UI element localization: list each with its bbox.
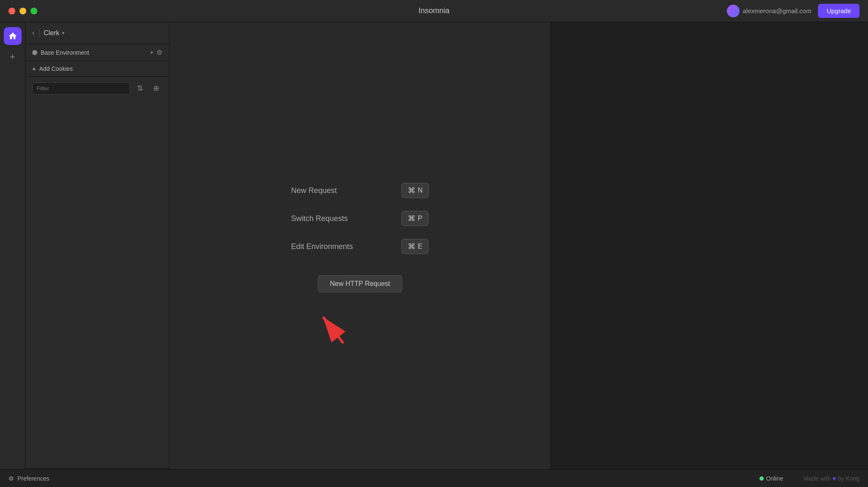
shortcut-row-switch-requests: Switch Requests ⌘ P bbox=[291, 211, 429, 226]
home-icon bbox=[8, 31, 17, 41]
made-with-label: Made with bbox=[804, 475, 831, 482]
environment-name: Base Environment bbox=[41, 49, 147, 56]
minimize-button[interactable] bbox=[19, 8, 26, 14]
add-cookies-label[interactable]: Add Cookies bbox=[39, 65, 72, 72]
edit-environments-kbd: ⌘ E bbox=[401, 239, 429, 254]
new-http-wrapper: New HTTP Request bbox=[318, 271, 403, 292]
titlebar-right: alexmerona@gmail.com Upgrade bbox=[727, 4, 860, 18]
add-request-button[interactable]: ⊕ bbox=[150, 82, 162, 95]
cookies-row: ● Add Cookies bbox=[25, 61, 169, 77]
edit-environments-label: Edit Environments bbox=[291, 242, 384, 251]
kbd-p: P bbox=[418, 215, 423, 222]
main-content: New Request ⌘ N Switch Requests ⌘ P bbox=[170, 22, 868, 487]
shortcut-row-new-request: New Request ⌘ N bbox=[291, 183, 429, 198]
back-button[interactable]: ‹ bbox=[32, 28, 35, 37]
cmd-symbol-3: ⌘ bbox=[408, 242, 415, 251]
chevron-down-icon: ▾ bbox=[62, 30, 64, 36]
main-layout: + ‹ Clerk ▾ Base Environment ▾ ⚙ ● Add C… bbox=[0, 22, 868, 487]
upgrade-button[interactable]: Upgrade bbox=[818, 4, 860, 18]
online-dot bbox=[760, 476, 764, 481]
switch-requests-kbd: ⌘ P bbox=[401, 211, 429, 226]
online-indicator: Online bbox=[760, 475, 783, 482]
new-request-label: New Request bbox=[291, 186, 384, 195]
header-divider bbox=[39, 29, 39, 37]
close-button[interactable] bbox=[8, 8, 15, 14]
avatar bbox=[727, 5, 740, 17]
online-label: Online bbox=[766, 475, 783, 482]
kbd-e: E bbox=[418, 243, 423, 250]
workspace-name-label: Clerk bbox=[44, 29, 59, 37]
app-title: Insomnia bbox=[418, 6, 449, 15]
new-http-request-button[interactable]: New HTTP Request bbox=[318, 275, 403, 292]
gear-icon[interactable]: ⚙ bbox=[156, 48, 162, 56]
kbd-n: N bbox=[418, 187, 423, 194]
cmd-symbol-2: ⌘ bbox=[408, 214, 415, 223]
svg-line-1 bbox=[323, 317, 343, 343]
arrow-annotation bbox=[305, 297, 356, 347]
traffic-lights bbox=[8, 8, 37, 14]
env-status-dot bbox=[32, 50, 37, 55]
workspace-selector[interactable]: Clerk ▾ bbox=[44, 29, 64, 37]
preferences-button[interactable]: ⚙ Preferences bbox=[8, 475, 49, 482]
user-info: alexmerona@gmail.com bbox=[727, 5, 812, 17]
heart-icon: ♥ bbox=[832, 475, 836, 482]
sidebar-header: ‹ Clerk ▾ bbox=[25, 22, 169, 44]
cookie-icon: ● bbox=[32, 65, 36, 72]
made-with: Made with ♥ by Kong bbox=[804, 475, 860, 482]
preferences-label: Preferences bbox=[17, 475, 49, 482]
add-workspace-button[interactable]: + bbox=[6, 50, 19, 64]
env-expand-icon[interactable]: ▾ bbox=[150, 50, 153, 56]
shortcut-row-edit-environments: Edit Environments ⌘ E bbox=[291, 239, 429, 254]
environment-row: Base Environment ▾ ⚙ bbox=[25, 44, 169, 61]
titlebar: Insomnia alexmerona@gmail.com Upgrade bbox=[0, 0, 868, 22]
sidebar: ‹ Clerk ▾ Base Environment ▾ ⚙ ● Add Coo… bbox=[25, 22, 170, 487]
user-email: alexmerona@gmail.com bbox=[743, 7, 812, 14]
sort-button[interactable]: ⇅ bbox=[134, 82, 146, 95]
maximize-button[interactable] bbox=[31, 8, 37, 14]
content-panel: New Request ⌘ N Switch Requests ⌘ P bbox=[170, 22, 551, 487]
gear-preferences-icon: ⚙ bbox=[8, 475, 14, 482]
icon-rail: + bbox=[0, 22, 25, 487]
filter-row: ⇅ ⊕ bbox=[25, 77, 169, 100]
status-bar: ⚙ Preferences Online Made with ♥ by Kong bbox=[0, 469, 868, 487]
shortcuts-container: New Request ⌘ N Switch Requests ⌘ P bbox=[291, 183, 429, 254]
by-kong-label: by Kong bbox=[838, 475, 860, 482]
filter-input[interactable] bbox=[32, 82, 130, 95]
switch-requests-label: Switch Requests bbox=[291, 214, 384, 223]
cmd-symbol-1: ⌘ bbox=[408, 186, 415, 195]
new-request-kbd: ⌘ N bbox=[401, 183, 429, 198]
home-button[interactable] bbox=[4, 27, 22, 45]
